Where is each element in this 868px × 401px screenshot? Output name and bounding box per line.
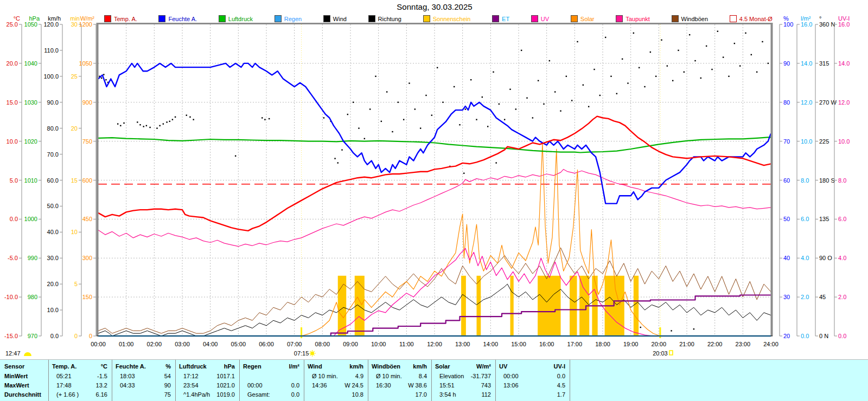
axis-tick-label: 10.0: [801, 138, 812, 145]
legend-swatch-icon: [158, 15, 165, 22]
series-richtung-dot: [392, 131, 393, 132]
table-empty-area: [570, 360, 868, 401]
cell-label: (+ 1.66 ): [56, 390, 79, 399]
axis-tick-label: 0 N: [819, 333, 828, 339]
cell-label: 23:54: [183, 381, 199, 390]
series-richtung-dot: [588, 106, 589, 107]
series-richtung-dot: [105, 79, 106, 80]
axis-tick-label: 990: [28, 255, 37, 261]
cell-value: 4.5: [557, 381, 565, 390]
series-richtung-dot: [431, 115, 432, 116]
sunrise-icon: [310, 351, 311, 352]
cell-value: 0.0: [291, 381, 299, 390]
series-richtung-dot: [269, 118, 270, 119]
series-richtung-dot: [571, 100, 572, 101]
axis-tick-label: 8.0: [838, 177, 846, 184]
series-richtung-dot: [159, 125, 160, 126]
series-richtung-dot: [693, 328, 694, 329]
series-richtung-dot: [711, 69, 712, 70]
axis-tick-label: 180 S: [819, 177, 835, 184]
series-richtung-dot: [175, 117, 176, 118]
table-column-temp-a: Temp. A.°C05:21-1.517:4813.2(+ 1.66 )6.1…: [48, 360, 112, 401]
axis-tick-label: 14.0: [801, 60, 812, 67]
cell-value: 112: [481, 390, 491, 399]
sunrise-icon: [314, 351, 314, 352]
series-richtung-dot: [751, 54, 752, 55]
axis-tick-label: 10.0: [47, 307, 59, 313]
series-richtung-dot: [482, 96, 483, 98]
series-richtung-dot: [717, 31, 718, 32]
axis-tick-label: 60: [783, 177, 790, 184]
series-richtung-dot: [149, 127, 150, 128]
cell-value: 90: [164, 381, 171, 390]
legend-item-taupunkt: Taupunkt: [616, 15, 650, 22]
cell-value: 0.0: [557, 372, 565, 381]
series-richtung-dot: [386, 91, 387, 92]
cell-label: Gesamt:: [247, 390, 270, 399]
legend-swatch-icon: [672, 15, 679, 22]
sunshine-bar: [634, 276, 639, 336]
series-richtung-dot: [622, 59, 623, 60]
axis-tick-label: 90: [783, 60, 790, 67]
legend-swatch-icon: [368, 15, 375, 22]
cell-value: -31.737: [471, 372, 491, 381]
column-unit: W/m²: [476, 361, 491, 372]
series-richtung-dot: [532, 117, 533, 118]
axis-tick-label: 120.0: [43, 21, 59, 28]
axis-tick-label: 0.0: [801, 333, 809, 339]
column-name: Wind: [308, 361, 322, 372]
sun-icon: [24, 352, 31, 356]
legend-label: Wind: [333, 16, 347, 22]
axis-tick-label: -10.0: [4, 294, 18, 300]
column-unit: °C: [101, 361, 107, 372]
x-axis-label: 19:00: [623, 341, 639, 347]
axis-tick-label: 100: [783, 21, 793, 28]
series-richtung-dot: [543, 104, 544, 105]
series-richtung-dot: [103, 74, 104, 75]
column-name: Regen: [243, 361, 261, 372]
series-richtung-dot: [264, 119, 265, 120]
cell-value: 0.0: [291, 390, 299, 399]
axis-tick-label: 1200: [79, 21, 92, 28]
table-cell: 18:0354: [112, 372, 175, 381]
cell-value: 10.8: [352, 390, 363, 399]
axis-tick-label: 30: [71, 21, 78, 28]
table-row-header: Sensor: [0, 361, 48, 372]
table-column-feuchte-a: Feuchte A.%18:035404:339075: [112, 360, 175, 401]
series-richtung-dot: [442, 102, 443, 103]
column-unit: l/m²: [289, 361, 299, 372]
table-cell: 04:3390: [112, 381, 175, 390]
series-richtung-dot: [347, 114, 348, 115]
series-richtung-dot: [381, 121, 382, 122]
table-cell: 75: [112, 390, 175, 399]
axis-tick-label: 225: [819, 138, 829, 145]
series-richtung-dot: [499, 104, 500, 105]
series-richtung-dot: [353, 102, 354, 103]
series-richtung-dot: [375, 76, 376, 77]
axis-tick-label: 2.0: [801, 294, 809, 300]
table-cell: 3:54 h112: [432, 390, 495, 399]
legend-label: Richtung: [378, 16, 401, 22]
series-richtung-dot: [723, 56, 724, 57]
series-richtung-dot: [526, 98, 527, 99]
series-richtung-dot: [459, 124, 460, 125]
axis-tick-label: 10.0: [7, 138, 18, 145]
weather-day-view: °C25.020.015.010.05.00.0-5.0-10.0-15.0hP…: [0, 0, 868, 401]
table-cell: 17:121017.1: [176, 372, 239, 381]
axis-tick-label: 1030: [24, 99, 37, 106]
legend-swatch-icon: [275, 15, 282, 22]
solar-noon-marker: 12:47: [5, 350, 31, 357]
table-column-header: Windböenkm/h: [368, 361, 431, 372]
axis-tick-label: 135: [819, 216, 829, 222]
axis-tick-label: 970: [28, 333, 37, 339]
series-richtung-dot: [739, 65, 741, 66]
series-richtung-dot: [655, 76, 656, 77]
legend-label: Temp. A.: [114, 16, 137, 22]
table-row-header: MaxWert: [0, 381, 48, 390]
series-richtung-dot: [756, 72, 757, 73]
x-axis-label: 02:00: [147, 341, 162, 347]
series-richtung-dot: [403, 119, 404, 120]
x-axis-label: 18:00: [595, 341, 610, 347]
series-richtung-dot: [678, 50, 679, 51]
axis-tick-label: 110.0: [44, 47, 59, 54]
